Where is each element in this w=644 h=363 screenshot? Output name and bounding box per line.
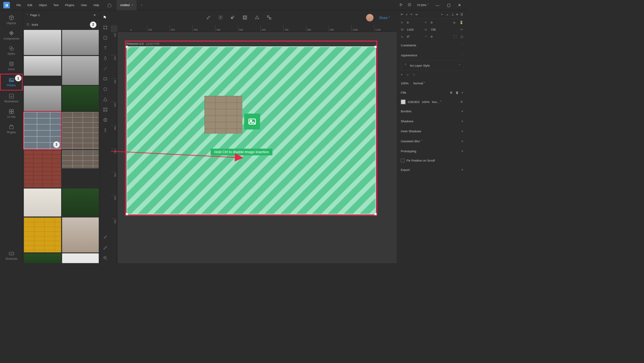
text-frame-icon[interactable] bbox=[217, 14, 224, 21]
home-icon[interactable] bbox=[102, 3, 117, 7]
tool-avatar-icon[interactable] bbox=[100, 115, 110, 125]
fix-position-checkbox[interactable] bbox=[401, 159, 405, 163]
photo-thumb[interactable] bbox=[24, 30, 61, 55]
fill-hex[interactable]: D3D3D3 bbox=[408, 100, 420, 104]
selection-handle[interactable] bbox=[374, 46, 376, 48]
fills-section[interactable]: Fills ⚙ 🗑 + bbox=[397, 88, 467, 98]
group-icon[interactable] bbox=[242, 14, 248, 21]
blend-mode[interactable]: Normal ˅ bbox=[413, 81, 425, 85]
photo-thumb[interactable] bbox=[62, 30, 99, 55]
tab-untitled[interactable]: Untitled × bbox=[116, 0, 137, 10]
blur-add-icon[interactable]: + bbox=[461, 140, 463, 143]
appearance-section[interactable]: Appearance˄ bbox=[397, 51, 467, 60]
page-header[interactable]: ˅ Page 1 + bbox=[23, 10, 100, 20]
flip-v-icon[interactable]: ⏳ bbox=[459, 21, 463, 24]
prototyping-section[interactable]: Prototyping+ bbox=[397, 146, 467, 156]
photo-thumb[interactable] bbox=[62, 253, 99, 263]
photo-thumb[interactable] bbox=[24, 86, 61, 111]
lock-ratio-icon[interactable]: ⚯ bbox=[460, 28, 463, 31]
fills-delete-icon[interactable]: 🗑 bbox=[456, 91, 459, 95]
inner-shadows-section[interactable]: Inner Shadows+ bbox=[397, 126, 467, 136]
align-right-icon[interactable]: ⊣ bbox=[410, 13, 412, 16]
photo-thumb-selected[interactable]: 3 bbox=[24, 112, 61, 149]
align-left-icon[interactable]: ⊢ bbox=[401, 13, 403, 16]
reset-style-icon[interactable]: ↻ bbox=[413, 73, 415, 76]
borders-add-icon[interactable]: + bbox=[461, 109, 463, 113]
artboard-label[interactable]: Pinterest 2:3 1102×735 bbox=[127, 42, 376, 46]
zoom-level[interactable]: 70.83% ˅ bbox=[415, 4, 431, 7]
more-align-icon[interactable]: ☰ bbox=[460, 13, 463, 16]
fills-settings-icon[interactable]: ⚙ bbox=[450, 91, 453, 95]
borders-section[interactable]: Borders+ bbox=[397, 106, 467, 116]
sidebar-item-plugins[interactable]: Plugins bbox=[0, 121, 23, 137]
photo-thumb[interactable] bbox=[24, 218, 61, 253]
w-input[interactable] bbox=[407, 28, 421, 31]
disable-style-icon[interactable]: ⊘ bbox=[406, 73, 409, 76]
photo-thumb[interactable] bbox=[24, 189, 61, 217]
tool-text[interactable] bbox=[100, 43, 110, 53]
window-minimize-icon[interactable]: — bbox=[433, 2, 442, 8]
canvas-area[interactable]: Share ˅ 0 100200 300400 500600 700800 90… bbox=[111, 10, 397, 263]
align-center-h-icon[interactable]: ⫞ bbox=[406, 13, 407, 16]
fill-blend-mode[interactable]: Nor... ˅ bbox=[432, 100, 441, 104]
artboard[interactable]: Hold Ctrl to disable Image insertion bbox=[127, 46, 376, 214]
layer-style-selector[interactable]: No Layer Style ˅ bbox=[401, 60, 463, 70]
sidebar-item-styles[interactable]: Styles bbox=[0, 43, 23, 58]
selection-handle[interactable] bbox=[126, 213, 128, 215]
clip-icon[interactable]: ◫ bbox=[460, 35, 463, 39]
tab-add-button[interactable]: + bbox=[137, 4, 146, 7]
share-button[interactable]: Share ˅ bbox=[379, 16, 390, 20]
export-section[interactable]: Export+ bbox=[397, 165, 467, 175]
sidebar-item-components[interactable]: Components bbox=[0, 28, 23, 43]
export-add-icon[interactable]: + bbox=[461, 168, 463, 172]
gaussian-blur-section[interactable]: Gaussian Blur ˅+ bbox=[397, 136, 467, 146]
opacity-value[interactable]: 100% bbox=[401, 81, 409, 85]
fill-opacity[interactable]: 100% bbox=[422, 100, 430, 104]
tool-components-icon[interactable] bbox=[100, 105, 110, 115]
tool-shape[interactable] bbox=[100, 33, 110, 43]
photo-thumb[interactable] bbox=[24, 253, 61, 263]
sidebar-item-photos[interactable]: 1 Photos bbox=[0, 74, 23, 90]
tool-artboard[interactable] bbox=[100, 23, 110, 33]
search-input[interactable] bbox=[32, 23, 97, 26]
align-top-icon[interactable]: ⫟ bbox=[440, 13, 443, 16]
prototyping-add-icon[interactable]: + bbox=[461, 150, 463, 153]
tool-rectangle[interactable] bbox=[100, 74, 110, 84]
tool-pen[interactable] bbox=[100, 53, 110, 63]
fills-add-icon[interactable]: + bbox=[461, 91, 463, 95]
fill-color-swatch[interactable] bbox=[401, 100, 406, 105]
selection-handle[interactable] bbox=[126, 46, 128, 48]
fill-swatch-icon[interactable] bbox=[230, 14, 236, 21]
tool-color-picker[interactable] bbox=[100, 232, 110, 243]
fix-position-row[interactable]: Fix Position on Scroll bbox=[397, 156, 467, 165]
detach-icon[interactable] bbox=[266, 14, 272, 21]
tool-ellipse[interactable] bbox=[100, 84, 110, 94]
add-style-icon[interactable]: + bbox=[401, 73, 403, 76]
menu-text[interactable]: Text bbox=[50, 0, 62, 10]
tool-line[interactable] bbox=[100, 63, 110, 74]
shadows-section[interactable]: Shadows+ bbox=[397, 116, 467, 126]
distribute-h-icon[interactable]: ⫤ bbox=[415, 13, 418, 16]
constraints-section[interactable]: Constraints˅ bbox=[397, 40, 467, 50]
apps-grid-icon[interactable] bbox=[407, 2, 412, 8]
photo-thumb[interactable] bbox=[62, 86, 99, 111]
sidebar-item-icons[interactable]: Icons bbox=[0, 58, 23, 74]
menu-file[interactable]: File bbox=[13, 0, 24, 10]
menu-edit[interactable]: Edit bbox=[24, 0, 35, 10]
h-input[interactable] bbox=[431, 28, 445, 31]
menu-view[interactable]: View bbox=[78, 0, 90, 10]
menu-plugins[interactable]: Plugins bbox=[62, 0, 78, 10]
play-icon[interactable] bbox=[398, 2, 404, 8]
selection-handle[interactable] bbox=[374, 213, 376, 215]
inner-shadows-add-icon[interactable]: + bbox=[461, 129, 463, 133]
tool-pencil[interactable] bbox=[100, 243, 110, 253]
add-page-button[interactable]: + bbox=[93, 13, 96, 17]
photo-thumb[interactable] bbox=[62, 189, 99, 217]
align-bottom-icon[interactable]: ⊥ bbox=[451, 13, 454, 16]
app-logo[interactable]: ◨ bbox=[2, 0, 11, 10]
fit-icon[interactable]: ⛶ bbox=[454, 35, 457, 39]
tab-close-icon[interactable]: × bbox=[131, 4, 133, 7]
edit-icon[interactable] bbox=[205, 14, 212, 21]
shadows-add-icon[interactable]: + bbox=[461, 119, 463, 123]
window-maximize-icon[interactable]: ▢ bbox=[444, 2, 452, 8]
